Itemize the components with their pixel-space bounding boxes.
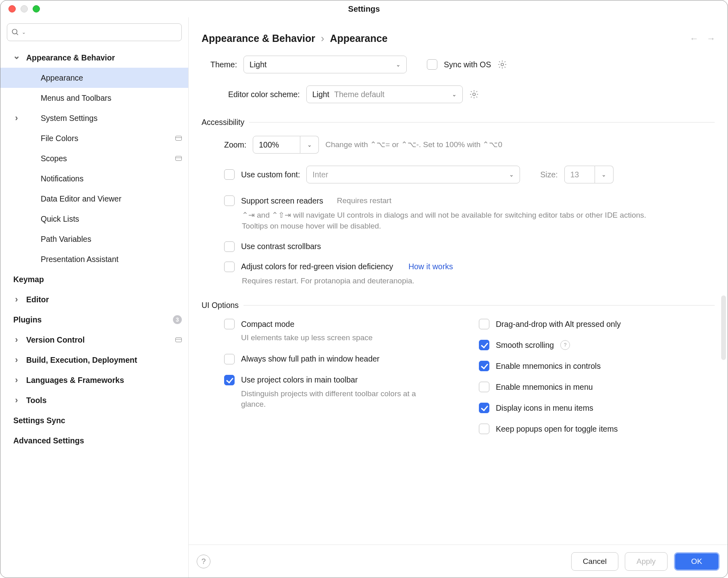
sidebar-item[interactable]: System Settings [0, 108, 188, 128]
color-deficiency-desc: Requires restart. For protanopia and deu… [224, 275, 668, 287]
breadcrumb-separator: › [321, 33, 324, 44]
sidebar-item-label: Scopes [41, 154, 67, 163]
main-panel: Appearance & Behavior › Appearance ← → T… [189, 17, 728, 578]
search-input[interactable]: ⌄ [7, 23, 182, 41]
settings-tree[interactable]: Appearance & BehaviorAppearanceMenus and… [0, 46, 188, 578]
project-scope-icon [175, 136, 182, 141]
apply-button[interactable]: Apply [625, 552, 668, 571]
search-icon [11, 28, 19, 36]
sidebar-item[interactable]: Languages & Frameworks [0, 370, 188, 390]
sidebar-item-label: System Settings [41, 114, 98, 123]
sidebar-item[interactable]: Build, Execution, Deployment [0, 350, 188, 370]
chevron-right-icon [12, 335, 21, 345]
keep-popups-checkbox[interactable] [479, 424, 489, 434]
sidebar-item[interactable]: Notifications [0, 168, 188, 189]
search-dropdown-icon: ⌄ [22, 29, 26, 35]
sidebar-item-label: Editor [26, 295, 49, 304]
svg-point-2 [501, 63, 503, 66]
sidebar-item[interactable]: Quick Lists [0, 209, 188, 229]
sidebar-item[interactable]: Path Variables [0, 229, 188, 249]
smooth-scrolling-label: Smooth scrolling [496, 341, 554, 350]
compact-mode-label: Compact mode [241, 320, 294, 329]
custom-font-checkbox[interactable] [224, 169, 235, 180]
sidebar-item[interactable]: Plugins3 [0, 310, 188, 330]
section-title-text: UI Options [202, 301, 239, 310]
chevron-right-icon [12, 355, 21, 365]
custom-font-select[interactable]: Inter ⌄ [306, 166, 520, 183]
cancel-button[interactable]: Cancel [571, 552, 618, 571]
close-window-button[interactable] [8, 5, 16, 12]
sidebar-item-label: Presentation Assistant [41, 255, 119, 264]
gear-icon[interactable] [497, 60, 507, 69]
sidebar-item[interactable]: Presentation Assistant [0, 249, 188, 269]
sidebar-item[interactable]: Editor [0, 289, 188, 310]
sidebar-item[interactable]: Version Control [0, 330, 188, 350]
full-path-checkbox[interactable] [224, 354, 235, 364]
sidebar-item[interactable]: Settings Sync [0, 410, 188, 430]
info-icon[interactable]: ? [560, 340, 570, 350]
section-title-text: Accessibility [202, 118, 244, 127]
ok-button[interactable]: OK [674, 552, 720, 571]
chevron-down-icon: ⌄ [509, 171, 514, 178]
breadcrumb-nav: ← → [690, 33, 716, 44]
section-ui-options: UI Options [202, 301, 715, 310]
sidebar-item[interactable]: Data Editor and Viewer [0, 189, 188, 209]
project-colors-checkbox[interactable] [224, 375, 235, 385]
scheme-suffix: Theme default [334, 90, 447, 99]
screen-readers-restart: Requires restart [337, 195, 391, 206]
scheme-select[interactable]: Light Theme default ⌄ [306, 85, 463, 103]
chevron-down-icon: ⌄ [452, 91, 457, 98]
scrollbar[interactable] [721, 295, 726, 360]
chevron-right-icon [12, 375, 21, 385]
zoom-input[interactable]: 100% [253, 136, 300, 154]
sidebar-item-label: Build, Execution, Deployment [26, 356, 137, 365]
mnemonics-menu-checkbox[interactable] [479, 382, 489, 392]
dnd-alt-label: Drag-and-drop with Alt pressed only [496, 320, 621, 329]
smooth-scrolling-checkbox[interactable] [479, 340, 489, 350]
sidebar-item-label: Notifications [41, 174, 83, 183]
help-button[interactable]: ? [197, 555, 210, 568]
breadcrumb-row: Appearance & Behavior › Appearance ← → [189, 17, 728, 56]
color-deficiency-checkbox[interactable] [224, 262, 235, 272]
sidebar-item-label: Quick Lists [41, 214, 79, 224]
maximize-window-button[interactable] [33, 5, 40, 12]
sidebar-item[interactable]: Appearance [0, 68, 188, 88]
theme-select[interactable]: Light ⌄ [243, 56, 407, 73]
sidebar-item[interactable]: Appearance & Behavior [0, 48, 188, 68]
breadcrumb-parent[interactable]: Appearance & Behavior [202, 33, 315, 44]
sync-os-label: Sync with OS [444, 60, 491, 69]
sidebar-item[interactable]: Tools [0, 390, 188, 410]
font-size-input[interactable]: 13 [564, 166, 595, 183]
zoom-dropdown[interactable]: ⌄ [300, 136, 319, 154]
how-it-works-link[interactable]: How it works [408, 262, 453, 271]
screen-readers-checkbox[interactable] [224, 195, 235, 206]
chevron-right-icon [12, 395, 21, 405]
contrast-scrollbars-checkbox[interactable] [224, 241, 235, 252]
chevron-down-icon: ⌄ [601, 171, 606, 178]
dnd-alt-checkbox[interactable] [479, 319, 489, 329]
sidebar: ⌄ Appearance & BehaviorAppearanceMenus a… [0, 17, 189, 578]
forward-arrow-icon[interactable]: → [707, 33, 716, 44]
sidebar-item-label: File Colors [41, 134, 78, 143]
sidebar-item[interactable]: Scopes [0, 148, 188, 168]
custom-font-label: Use custom font: [241, 170, 300, 179]
icons-menu-checkbox[interactable] [479, 403, 489, 413]
sidebar-item[interactable]: Advanced Settings [0, 430, 188, 451]
sidebar-item-label: Appearance & Behavior [26, 53, 115, 62]
svg-point-0 [12, 29, 17, 34]
font-size-dropdown[interactable]: ⌄ [595, 166, 614, 183]
sidebar-item[interactable]: Menus and Toolbars [0, 88, 188, 108]
contrast-scrollbars-label: Use contrast scrollbars [241, 242, 321, 251]
custom-font-value: Inter [312, 170, 328, 179]
sync-os-checkbox[interactable] [427, 59, 437, 70]
mnemonics-menu-label: Enable mnemonics in menu [496, 383, 593, 392]
project-scope-icon [175, 156, 182, 161]
sidebar-item[interactable]: File Colors [0, 128, 188, 148]
compact-mode-checkbox[interactable] [224, 319, 235, 329]
sidebar-item[interactable]: Keymap [0, 269, 188, 289]
minimize-window-button[interactable] [21, 5, 28, 12]
gear-icon[interactable] [469, 89, 479, 99]
footer: ? Cancel Apply OK [189, 545, 728, 578]
back-arrow-icon[interactable]: ← [690, 33, 699, 44]
mnemonics-controls-checkbox[interactable] [479, 361, 489, 371]
